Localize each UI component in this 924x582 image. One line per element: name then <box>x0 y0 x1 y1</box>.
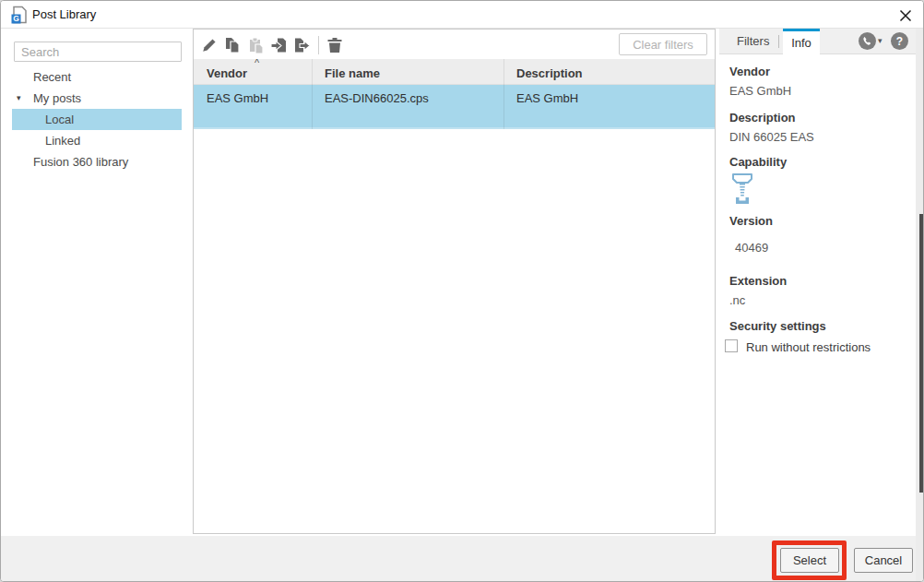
capability-label: Capability <box>729 155 787 169</box>
extension-value: .nc <box>729 293 745 307</box>
select-button[interactable]: Select <box>780 548 839 573</box>
column-header-vendor[interactable]: Vendor <box>207 59 247 85</box>
tab-info[interactable]: Info <box>783 29 820 55</box>
tab-filters[interactable]: Filters <box>737 29 769 54</box>
column-divider <box>312 59 313 85</box>
row-description-cell: EAS GmbH <box>516 91 578 105</box>
chevron-down-icon[interactable]: ▾ <box>17 88 21 109</box>
column-divider <box>503 85 504 129</box>
run-without-restrictions-checkbox[interactable] <box>725 339 738 352</box>
right-panel-tabbar: Filters Info ▾ ? <box>719 29 917 54</box>
sidebar-item-linked[interactable]: Linked <box>45 130 80 151</box>
version-label: Version <box>729 214 773 228</box>
vendor-label: Vendor <box>729 65 770 78</box>
table-header: ^ Vendor File name Description <box>194 59 715 85</box>
search-input[interactable] <box>14 42 182 62</box>
description-value: DIN 66025 EAS <box>729 130 814 144</box>
column-header-file-name[interactable]: File name <box>325 59 380 85</box>
sidebar-item-recent[interactable]: Recent <box>33 66 71 88</box>
sidebar-item-my-posts[interactable]: My posts <box>33 88 81 109</box>
import-icon[interactable] <box>268 35 289 55</box>
vendor-value: EAS GmbH <box>729 84 791 98</box>
column-header-description[interactable]: Description <box>516 59 583 85</box>
version-value: 40469 <box>735 241 768 255</box>
scrollbar-track[interactable] <box>916 29 924 582</box>
security-settings-label: Security settings <box>729 319 826 333</box>
post-library-dialog: G Post Library Recent ▾ My posts Local L… <box>0 0 924 582</box>
clear-filters-button[interactable]: Clear filters <box>619 33 707 55</box>
row-file-name-cell: EAS-DIN66025.cps <box>325 91 429 105</box>
column-divider <box>503 59 504 85</box>
extension-label: Extension <box>729 274 787 288</box>
table-row[interactable]: EAS GmbH EAS-DIN66025.cps EAS GmbH <box>194 85 715 129</box>
phone-icon[interactable] <box>859 32 876 50</box>
sidebar-item-label: Local <box>12 113 74 126</box>
dropdown-caret-icon[interactable]: ▾ <box>878 36 883 45</box>
column-divider <box>312 85 313 129</box>
delete-icon[interactable] <box>325 35 345 55</box>
toolbar-separator <box>318 36 319 54</box>
milling-capability-icon <box>730 172 754 208</box>
close-icon[interactable] <box>894 5 917 27</box>
sidebar-item-local[interactable]: Local <box>12 109 182 130</box>
edit-icon[interactable] <box>199 35 219 55</box>
cancel-button[interactable]: Cancel <box>854 548 913 573</box>
window-title: Post Library <box>32 1 96 29</box>
description-label: Description <box>729 111 796 125</box>
post-list-panel: Clear filters ^ Vendor File name Descrip… <box>193 29 716 534</box>
help-icon[interactable]: ? <box>891 32 908 50</box>
scrollbar-thumb[interactable] <box>919 214 923 493</box>
titlebar: G Post Library <box>1 1 923 29</box>
export-icon[interactable] <box>291 35 312 55</box>
sort-ascending-icon: ^ <box>255 57 259 68</box>
svg-text:G: G <box>13 14 19 23</box>
run-without-restrictions-label: Run without restrictions <box>746 340 871 354</box>
post-library-icon: G <box>10 6 29 24</box>
tab-separator <box>778 35 779 48</box>
row-vendor-cell: EAS GmbH <box>207 91 268 105</box>
paste-icon[interactable] <box>245 35 266 55</box>
copy-icon[interactable] <box>222 35 243 55</box>
sidebar-item-fusion-library[interactable]: Fusion 360 library <box>33 151 128 172</box>
